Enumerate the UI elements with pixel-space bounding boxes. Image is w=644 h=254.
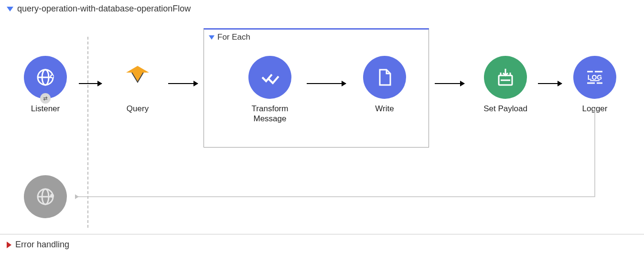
section-divider — [0, 234, 644, 234]
arrow-foreach-setpayload — [435, 83, 464, 84]
node-logger[interactable]: LOG Logger — [569, 56, 621, 114]
node-transform[interactable]: Transform Message — [229, 56, 311, 124]
svg-text:LOG: LOG — [588, 74, 602, 81]
node-response[interactable] — [19, 175, 72, 218]
node-listener[interactable]: Listener — [19, 56, 72, 114]
node-set-payload[interactable]: Set Payload — [472, 56, 539, 114]
flow-title: query-operation-with-database-operationF… — [17, 4, 191, 14]
query-icon — [116, 56, 159, 99]
query-label: Query — [111, 104, 164, 114]
set-payload-label: Set Payload — [472, 104, 539, 114]
foreach-title: For Each — [217, 32, 250, 42]
arrow-setpayload-logger — [538, 83, 562, 84]
exchange-badge-icon — [40, 93, 51, 104]
transform-icon — [248, 56, 291, 99]
logger-label: Logger — [569, 104, 621, 114]
set-payload-icon — [484, 56, 527, 99]
flow-canvas: Listener Query For Each — [0, 18, 644, 237]
response-icon — [24, 175, 67, 218]
error-title: Error handling — [15, 240, 69, 250]
write-label: Write — [358, 104, 411, 114]
listener-label: Listener — [19, 104, 72, 114]
arrow-listener-query — [79, 83, 102, 84]
arrow-transform-write — [307, 83, 346, 84]
node-write[interactable]: Write — [358, 56, 411, 114]
flow-header[interactable]: query-operation-with-database-operationF… — [0, 0, 644, 18]
write-icon — [363, 56, 406, 99]
svg-point-15 — [50, 194, 54, 198]
foreach-collapse-icon[interactable] — [209, 35, 215, 40]
collapse-triangle-icon[interactable] — [7, 7, 13, 11]
error-handling-header[interactable]: Error handling — [0, 237, 76, 253]
arrow-query-foreach — [168, 83, 198, 84]
error-expand-icon[interactable] — [7, 242, 11, 248]
logger-icon: LOG — [573, 56, 616, 99]
transform-label: Transform Message — [229, 104, 311, 124]
source-divider — [87, 37, 88, 228]
node-query[interactable]: Query — [111, 56, 164, 114]
foreach-header[interactable]: For Each — [204, 30, 429, 45]
listener-icon — [24, 56, 67, 99]
